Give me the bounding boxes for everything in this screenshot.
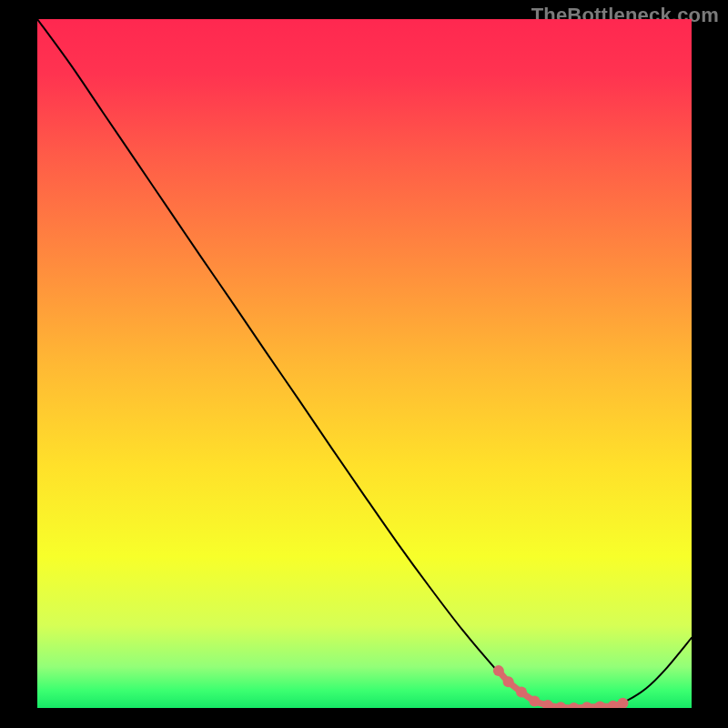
bottleneck-chart xyxy=(37,19,692,708)
highlight-dot xyxy=(529,695,540,706)
highlight-dot xyxy=(503,676,514,687)
highlight-dot xyxy=(516,687,527,698)
chart-stage: TheBottleneck.com xyxy=(0,0,728,728)
highlight-dot xyxy=(493,665,504,676)
chart-background-gradient xyxy=(37,19,692,708)
chart-svg xyxy=(37,19,692,708)
